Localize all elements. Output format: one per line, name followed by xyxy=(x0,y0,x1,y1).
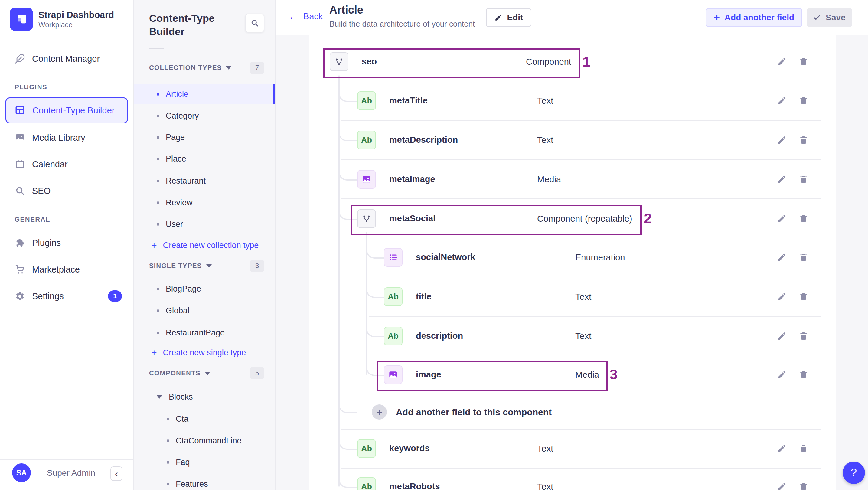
search-button[interactable] xyxy=(245,13,264,32)
annotation-3: 3 xyxy=(610,366,618,382)
delete-field-button[interactable] xyxy=(797,173,810,186)
edit-field-button[interactable] xyxy=(775,329,788,343)
bullet-icon xyxy=(157,202,159,204)
delete-field-button[interactable] xyxy=(797,329,810,343)
components-header[interactable]: COMPONENTS xyxy=(149,365,210,382)
save-button[interactable]: Save xyxy=(807,8,852,27)
edit-field-button[interactable] xyxy=(775,212,788,225)
calendar-icon xyxy=(14,159,25,170)
back-arrow-icon: ← xyxy=(288,11,299,22)
delete-field-button[interactable] xyxy=(797,133,810,147)
field-name: metaSocial xyxy=(389,214,435,223)
edit-field-button[interactable] xyxy=(775,94,788,108)
collection-item-restaurant[interactable]: Restaurant xyxy=(134,173,275,189)
puzzle-icon xyxy=(14,238,25,248)
help-button[interactable]: ? xyxy=(843,462,865,484)
avatar[interactable]: SA xyxy=(12,463,31,482)
pen-icon xyxy=(14,53,25,64)
create-single-type-link[interactable]: +Create new single type xyxy=(134,344,275,361)
sidebar-item-plugins[interactable]: Plugins xyxy=(0,233,133,252)
collection-item-article[interactable]: Article xyxy=(134,84,275,104)
annotation-2: 2 xyxy=(644,210,652,226)
sidebar-item-marketplace[interactable]: Marketplace xyxy=(0,260,133,279)
create-collection-type-link[interactable]: +Create new collection type xyxy=(134,237,275,254)
field-type: Media xyxy=(537,175,561,184)
edit-field-button[interactable] xyxy=(775,442,788,455)
component-item-faq[interactable]: Faq xyxy=(134,454,275,471)
collection-item-user[interactable]: User xyxy=(134,216,275,233)
collection-item-review[interactable]: Review xyxy=(134,194,275,211)
delete-field-button[interactable] xyxy=(797,290,810,303)
bullet-icon xyxy=(157,158,159,160)
section-label-general: GENERAL xyxy=(14,216,50,223)
delete-field-button[interactable] xyxy=(797,442,810,455)
field-name: title xyxy=(416,292,432,302)
delete-field-button[interactable] xyxy=(797,251,810,264)
enumeration-field-icon xyxy=(384,248,403,267)
brand: Strapi Dashboard Workplace xyxy=(10,7,114,31)
component-item-ctacommandline[interactable]: CtaCommandLine xyxy=(134,432,275,449)
delete-field-button[interactable] xyxy=(797,94,810,108)
add-field-to-component-row[interactable]: + Add another field to this component xyxy=(323,398,821,426)
sidebar-item-settings[interactable]: Settings 1 xyxy=(0,286,133,306)
sidebar-item-calendar[interactable]: Calendar xyxy=(0,155,133,174)
edit-field-button[interactable] xyxy=(775,480,788,490)
edit-field-button[interactable] xyxy=(775,55,788,68)
main-sidebar: Strapi Dashboard Workplace Content Manag… xyxy=(0,0,134,490)
collection-types-header[interactable]: COLLECTION TYPES xyxy=(149,59,231,76)
single-item-blogpage[interactable]: BlogPage xyxy=(134,280,275,297)
bullet-icon xyxy=(167,439,169,442)
back-link[interactable]: ← Back xyxy=(288,11,323,22)
media-field-icon xyxy=(357,170,376,189)
sidebar-item-label: Settings xyxy=(32,291,64,301)
plus-icon[interactable]: + xyxy=(372,404,387,420)
single-types-header[interactable]: SINGLE TYPES xyxy=(149,257,212,274)
edit-field-button[interactable] xyxy=(775,368,788,381)
divider xyxy=(341,429,821,429)
collection-item-place[interactable]: Place xyxy=(134,150,275,167)
plus-icon: + xyxy=(714,12,720,23)
sidebar-item-content-type-builder[interactable]: Content-Type Builder xyxy=(5,97,128,123)
field-name: image xyxy=(416,370,441,379)
chevron-down-icon xyxy=(226,66,231,69)
edit-field-button[interactable] xyxy=(775,173,788,186)
field-row-keywords: Ab keywords Text xyxy=(323,435,821,462)
delete-field-button[interactable] xyxy=(797,368,810,381)
edit-field-button[interactable] xyxy=(775,290,788,303)
field-row-metatitle: Ab metaTitle Text xyxy=(323,87,821,114)
add-another-field-button[interactable]: + Add another field xyxy=(706,8,802,27)
component-group-blocks[interactable]: Blocks xyxy=(134,388,275,405)
edit-button[interactable]: Edit xyxy=(486,8,531,27)
sidebar-item-content-manager[interactable]: Content Manager xyxy=(0,49,133,68)
collection-item-category[interactable]: Category xyxy=(134,108,275,124)
field-name: seo xyxy=(362,57,377,66)
sidebar-item-seo[interactable]: SEO xyxy=(0,181,133,201)
component-icon xyxy=(357,209,376,228)
field-type: Text xyxy=(537,444,553,454)
annotation-1: 1 xyxy=(583,54,590,70)
single-item-global[interactable]: Global xyxy=(134,302,275,319)
settings-badge: 1 xyxy=(108,290,122,302)
chevron-down-icon xyxy=(205,372,210,375)
text-field-icon: Ab xyxy=(384,327,403,345)
delete-field-button[interactable] xyxy=(797,212,810,225)
single-item-restaurantpage[interactable]: RestaurantPage xyxy=(134,324,275,341)
delete-field-button[interactable] xyxy=(797,55,810,68)
sidebar-item-label: Plugins xyxy=(32,238,61,248)
field-name: socialNetwork xyxy=(416,252,475,262)
collection-item-page[interactable]: Page xyxy=(134,129,275,146)
field-name: metaDescription xyxy=(389,135,458,145)
plus-icon: + xyxy=(151,241,157,250)
edit-field-button[interactable] xyxy=(775,251,788,264)
page-header: ← Back Article Build the data architectu… xyxy=(276,0,868,35)
layout-icon xyxy=(15,105,26,116)
delete-field-button[interactable] xyxy=(797,480,810,490)
sidebar-item-label: SEO xyxy=(32,186,51,196)
component-item-features[interactable]: Features xyxy=(134,476,275,490)
collapse-sidebar-button[interactable]: ‹ xyxy=(111,466,123,481)
divider xyxy=(341,120,821,121)
edit-field-button[interactable] xyxy=(775,133,788,147)
component-item-cta[interactable]: Cta xyxy=(134,410,275,427)
image-icon xyxy=(14,132,25,143)
sidebar-item-media-library[interactable]: Media Library xyxy=(0,128,133,147)
